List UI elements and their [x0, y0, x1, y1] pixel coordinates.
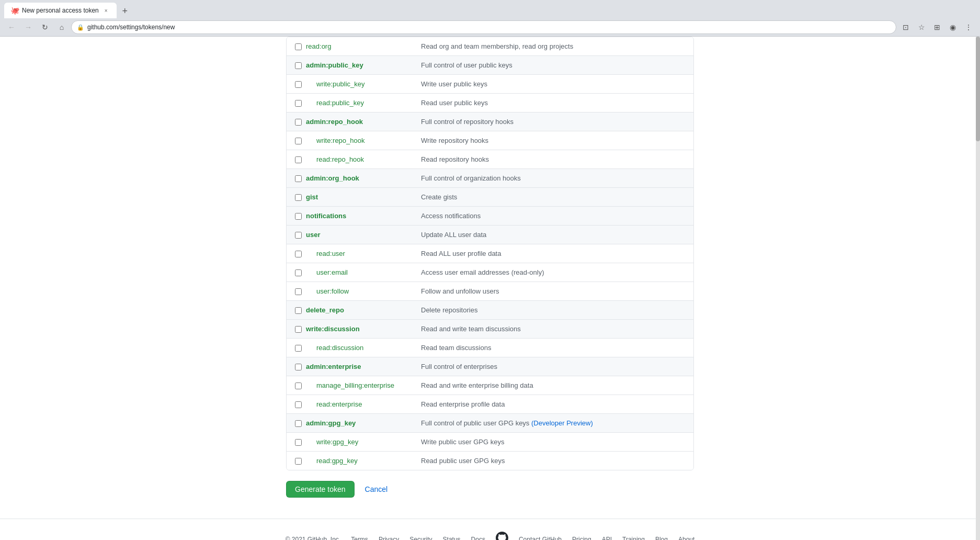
- scroll-thumb[interactable]: [976, 37, 980, 141]
- checkbox-gist[interactable]: [295, 194, 302, 201]
- footer-link-terms[interactable]: Terms: [351, 536, 368, 540]
- scope-link-read_public_key[interactable]: read:public_key: [316, 99, 364, 107]
- checkbox-write_gpg_key[interactable]: [295, 439, 302, 446]
- reload-button[interactable]: ↻: [38, 20, 52, 35]
- scope-name-write_repo_hook: write:repo_hook: [306, 137, 421, 144]
- tab-close-button[interactable]: ×: [102, 6, 110, 15]
- checkbox-admin_repo_hook[interactable]: [295, 119, 302, 126]
- checkbox-user_email[interactable]: [295, 269, 302, 276]
- checkbox-notifications[interactable]: [295, 213, 302, 220]
- scope-link-delete_repo[interactable]: delete_repo: [306, 306, 344, 314]
- checkbox-admin_org_hook[interactable]: [295, 175, 302, 182]
- scope-link-write_repo_hook[interactable]: write:repo_hook: [316, 137, 365, 144]
- scope-desc-admin_repo_hook: Full control of repository hooks: [421, 118, 685, 126]
- scope-row-write_discussion: write:discussionRead and write team disc…: [287, 320, 693, 339]
- scope-desc-user_follow: Follow and unfollow users: [421, 287, 685, 295]
- forward-button[interactable]: →: [21, 20, 36, 35]
- copyright: © 2021 GitHub, Inc.: [286, 536, 341, 540]
- scope-link-read_discussion[interactable]: read:discussion: [316, 344, 363, 352]
- footer-link-api[interactable]: API: [602, 536, 612, 540]
- scope-link-admin_gpg_key[interactable]: admin:gpg_key: [306, 419, 356, 427]
- scope-link-admin_enterprise[interactable]: admin:enterprise: [306, 363, 361, 370]
- scope-link-admin_org_hook[interactable]: admin:org_hook: [306, 174, 359, 182]
- token-form: read:orgRead org and team membership, re…: [286, 37, 694, 519]
- scope-link-user[interactable]: user: [306, 231, 320, 239]
- scope-link-write_public_key[interactable]: write:public_key: [316, 80, 365, 88]
- scope-link-read_org[interactable]: read:org: [306, 42, 331, 50]
- scope-desc-read_public_key: Read user public keys: [421, 99, 685, 107]
- active-tab[interactable]: 🐙 New personal access token ×: [4, 3, 117, 18]
- checkbox-read_org[interactable]: [295, 43, 302, 50]
- footer-link-docs[interactable]: Docs: [471, 536, 485, 540]
- menu-button[interactable]: ⋮: [961, 20, 976, 35]
- scope-link-notifications[interactable]: notifications: [306, 212, 346, 220]
- checkbox-admin_gpg_key[interactable]: [295, 420, 302, 427]
- checkbox-write_discussion[interactable]: [295, 326, 302, 333]
- footer-link-status[interactable]: Status: [443, 536, 461, 540]
- scope-name-admin_org_hook: admin:org_hook: [306, 174, 421, 182]
- checkbox-read_user[interactable]: [295, 251, 302, 257]
- scope-desc-admin_org_hook: Full control of organization hooks: [421, 174, 685, 182]
- checkbox-read_repo_hook[interactable]: [295, 156, 302, 163]
- scope-link-admin_public_key[interactable]: admin:public_key: [306, 61, 363, 69]
- scope-link-read_repo_hook[interactable]: read:repo_hook: [316, 155, 364, 163]
- footer-link-pricing[interactable]: Pricing: [572, 536, 591, 540]
- checkbox-delete_repo[interactable]: [295, 307, 302, 314]
- checkbox-write_repo_hook[interactable]: [295, 138, 302, 144]
- scope-desc-read_repo_hook: Read repository hooks: [421, 155, 685, 163]
- browser-chrome: 🐙 New personal access token × + ← → ↻ ⌂ …: [0, 0, 980, 37]
- buttons-row: Generate token Cancel: [286, 481, 694, 498]
- scope-link-write_discussion[interactable]: write:discussion: [306, 325, 360, 333]
- scope-link-read_enterprise[interactable]: read:enterprise: [316, 400, 362, 408]
- scope-name-read_enterprise: read:enterprise: [306, 400, 421, 408]
- address-bar[interactable]: 🔒 github.com/settings/tokens/new: [71, 20, 896, 34]
- bookmark-button[interactable]: ☆: [914, 20, 929, 35]
- generate-token-button[interactable]: Generate token: [286, 481, 355, 498]
- scope-link-manage_billing_enterprise[interactable]: manage_billing:enterprise: [316, 381, 394, 389]
- scope-row-admin_enterprise: admin:enterpriseFull control of enterpri…: [287, 357, 693, 376]
- scope-name-manage_billing_enterprise: manage_billing:enterprise: [306, 381, 421, 389]
- cast-button[interactable]: ⊡: [898, 20, 913, 35]
- checkbox-user[interactable]: [295, 232, 302, 239]
- scrollbar[interactable]: [976, 37, 980, 540]
- new-tab-button[interactable]: +: [118, 4, 132, 18]
- scope-link-user_follow[interactable]: user:follow: [316, 287, 349, 295]
- checkbox-admin_public_key[interactable]: [295, 62, 302, 69]
- checkbox-read_gpg_key[interactable]: [295, 458, 302, 465]
- back-button[interactable]: ←: [4, 20, 19, 35]
- scope-link-read_gpg_key[interactable]: read:gpg_key: [316, 457, 358, 465]
- scope-link-gist[interactable]: gist: [306, 193, 318, 201]
- scope-row-user_email: user:emailAccess user email addresses (r…: [287, 263, 693, 282]
- scope-name-write_gpg_key: write:gpg_key: [306, 438, 421, 446]
- extensions-button[interactable]: ⊞: [930, 20, 944, 35]
- footer-link-blog[interactable]: Blog: [655, 536, 668, 540]
- scope-link-read_user[interactable]: read:user: [316, 250, 345, 257]
- checkbox-user_follow[interactable]: [295, 288, 302, 295]
- profile-button[interactable]: ◉: [945, 20, 960, 35]
- scope-row-read_discussion: read:discussionRead team discussions: [287, 339, 693, 357]
- checkbox-admin_enterprise[interactable]: [295, 364, 302, 370]
- checkbox-manage_billing_enterprise[interactable]: [295, 383, 302, 389]
- scope-link-admin_repo_hook[interactable]: admin:repo_hook: [306, 118, 363, 126]
- checkbox-read_enterprise[interactable]: [295, 401, 302, 408]
- scope-name-admin_public_key: admin:public_key: [306, 61, 421, 69]
- scope-link-write_gpg_key[interactable]: write:gpg_key: [316, 438, 358, 446]
- footer-link-security[interactable]: Security: [409, 536, 432, 540]
- checkbox-read_public_key[interactable]: [295, 100, 302, 107]
- checkbox-read_discussion[interactable]: [295, 345, 302, 352]
- footer-link-training[interactable]: Training: [622, 536, 645, 540]
- checkbox-write_public_key[interactable]: [295, 81, 302, 88]
- scope-row-read_gpg_key: read:gpg_keyRead public user GPG keys: [287, 452, 693, 470]
- footer-link-privacy[interactable]: Privacy: [379, 536, 399, 540]
- scope-link-user_email[interactable]: user:email: [316, 268, 348, 276]
- developer-preview-badge: (Developer Preview): [531, 419, 593, 427]
- cancel-button[interactable]: Cancel: [361, 482, 392, 496]
- scope-name-read_repo_hook: read:repo_hook: [306, 155, 421, 163]
- home-button[interactable]: ⌂: [54, 20, 69, 35]
- toolbar-actions: ⊡ ☆ ⊞ ◉ ⋮: [898, 20, 976, 35]
- footer: © 2021 GitHub, Inc. Terms Privacy Securi…: [0, 519, 980, 540]
- footer-link-contact[interactable]: Contact GitHub: [519, 536, 562, 540]
- scope-row-write_gpg_key: write:gpg_keyWrite public user GPG keys: [287, 433, 693, 452]
- scope-desc-read_gpg_key: Read public user GPG keys: [421, 457, 685, 465]
- footer-link-about[interactable]: About: [678, 536, 694, 540]
